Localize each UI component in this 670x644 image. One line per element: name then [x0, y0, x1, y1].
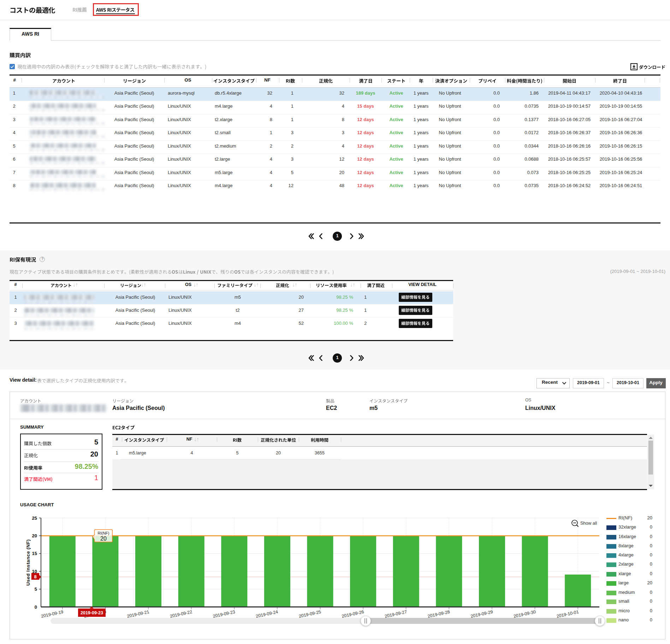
svg-text:2019-09-23: 2019-09-23: [212, 609, 236, 619]
svg-text:2019-09-27: 2019-09-27: [384, 609, 408, 619]
svg-text:2019-09-24: 2019-09-24: [255, 609, 279, 619]
svg-text:2019-09-19: 2019-09-19: [41, 609, 64, 619]
svg-text:25: 25: [32, 515, 37, 521]
svg-text:0: 0: [35, 604, 37, 610]
svg-text:20: 20: [32, 533, 37, 538]
svg-text:2019-09-25: 2019-09-25: [298, 609, 322, 619]
svg-text:5: 5: [35, 586, 37, 592]
svg-text:2019-09-21: 2019-09-21: [126, 609, 150, 619]
svg-text:2019-09-23: 2019-09-23: [81, 610, 103, 615]
svg-text:15: 15: [32, 551, 37, 556]
svg-text:2019-09-26: 2019-09-26: [341, 609, 364, 619]
svg-text:2019-09-22: 2019-09-22: [170, 609, 193, 619]
svg-text:8: 8: [34, 574, 36, 579]
svg-text:RI(NF): RI(NF): [98, 531, 109, 535]
svg-text:Used Instance (NF): Used Instance (NF): [25, 539, 31, 585]
svg-text:20: 20: [100, 536, 107, 542]
